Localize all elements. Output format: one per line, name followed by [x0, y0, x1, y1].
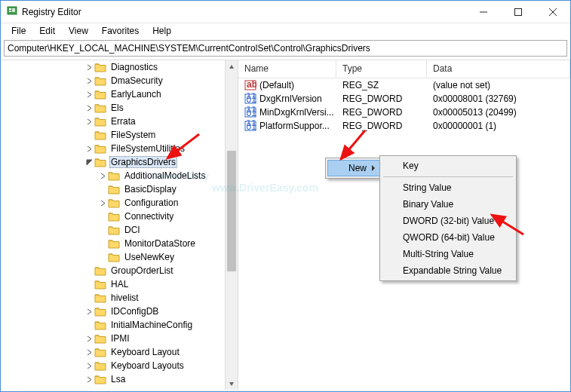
- menu-item[interactable]: Key: [382, 158, 514, 174]
- tree-node[interactable]: HAL: [1, 277, 238, 291]
- expand-toggle-icon[interactable]: [84, 159, 94, 166]
- tree-node[interactable]: BasicDisplay: [1, 182, 238, 196]
- tree-node[interactable]: Keyboard Layouts: [1, 359, 238, 372]
- expand-toggle-icon[interactable]: [84, 349, 94, 356]
- svg-rect-5: [515, 8, 522, 15]
- svg-text:011: 011: [247, 121, 257, 132]
- tree-node[interactable]: FileSystem: [1, 128, 238, 142]
- menu-view[interactable]: View: [63, 24, 94, 38]
- expand-toggle-icon[interactable]: [84, 78, 94, 84]
- expand-toggle-icon[interactable]: [84, 308, 94, 315]
- tree-node[interactable]: InitialMachineConfig: [1, 318, 238, 332]
- expand-toggle-icon[interactable]: [84, 64, 94, 71]
- value-row[interactable]: 110011MinDxgKrnlVersi...REG_DWORD0x00005…: [238, 106, 570, 119]
- tree-node[interactable]: DmaSecurity: [1, 74, 238, 87]
- folder-icon: [108, 252, 120, 262]
- tree-node[interactable]: Connectivity: [1, 210, 238, 223]
- tree-scrollbar[interactable]: [225, 60, 238, 390]
- tree-node[interactable]: Lsa: [1, 372, 238, 386]
- window-title: Registry Editor: [22, 7, 81, 17]
- scroll-down-icon[interactable]: [226, 377, 238, 390]
- svg-marker-8: [87, 160, 92, 165]
- menu-item[interactable]: Binary Value: [382, 196, 514, 213]
- close-button[interactable]: [536, 1, 570, 23]
- tree-node-label: InitialMachineConfig: [109, 320, 194, 330]
- col-data[interactable]: Data: [427, 60, 570, 78]
- menu-item[interactable]: Multi-String Value: [382, 246, 514, 262]
- tree-node[interactable]: GroupOrderList: [1, 264, 238, 277]
- menu-bar: File Edit View Favorites Help: [1, 23, 570, 38]
- value-row[interactable]: 110011PlatformSuppor...REG_DWORD0x000000…: [238, 119, 570, 133]
- context-menu-new[interactable]: KeyString ValueBinary ValueDWORD (32-bit…: [379, 155, 517, 281]
- svg-rect-1: [9, 8, 11, 10]
- expand-toggle-icon[interactable]: [84, 91, 94, 98]
- menu-edit[interactable]: Edit: [33, 24, 61, 38]
- svg-marker-9: [229, 65, 234, 69]
- values-list[interactable]: ab(Default)REG_SZ(value not set)110011Dx…: [238, 78, 570, 133]
- tree-node-label: DmaSecurity: [109, 75, 164, 86]
- value-row[interactable]: 110011DxgKrnlVersionREG_DWORD0x00008001 …: [238, 92, 570, 106]
- tree-node[interactable]: Diagnostics: [1, 60, 238, 74]
- tree-node[interactable]: AdditionalModeLists: [1, 169, 238, 182]
- tree-pane[interactable]: DiagnosticsDmaSecurityEarlyLaunchElsErra…: [1, 60, 238, 390]
- folder-icon: [94, 116, 106, 127]
- expand-toggle-icon[interactable]: [84, 145, 94, 152]
- col-type[interactable]: Type: [336, 60, 427, 78]
- tree-node[interactable]: GraphicsDrivers: [1, 155, 238, 169]
- value-type: REG_SZ: [336, 80, 427, 90]
- value-name: PlatformSuppor...: [259, 121, 330, 131]
- svg-rect-3: [12, 8, 15, 12]
- tree-node-label: Configuration: [123, 198, 180, 208]
- value-name: MinDxgKrnlVersi...: [259, 107, 334, 118]
- menu-help[interactable]: Help: [146, 24, 177, 38]
- tree-node[interactable]: Errata: [1, 115, 238, 128]
- menu-item[interactable]: String Value: [382, 179, 514, 196]
- expand-toggle-icon[interactable]: [84, 376, 94, 383]
- scroll-up-icon[interactable]: [226, 60, 238, 73]
- tree-node[interactable]: EarlyLaunch: [1, 87, 238, 101]
- tree-node[interactable]: DCI: [1, 223, 238, 237]
- tree-node[interactable]: Configuration: [1, 196, 238, 210]
- svg-text:ab: ab: [247, 79, 256, 90]
- tree-node-label: Errata: [109, 116, 137, 127]
- svg-rect-2: [9, 11, 11, 12]
- expand-toggle-icon[interactable]: [84, 105, 94, 112]
- context-menu-parent[interactable]: New: [325, 158, 384, 179]
- title-bar: Registry Editor: [1, 1, 570, 23]
- tree-node[interactable]: Keyboard Layout: [1, 345, 238, 359]
- scroll-thumb[interactable]: [227, 151, 236, 271]
- expand-toggle-icon[interactable]: [84, 118, 94, 125]
- menu-item[interactable]: DWORD (32-bit) Value: [382, 213, 514, 229]
- tree-node[interactable]: Els: [1, 101, 238, 115]
- menu-item[interactable]: QWORD (64-bit) Value: [382, 229, 514, 246]
- key-tree[interactable]: DiagnosticsDmaSecurityEarlyLaunchElsErra…: [1, 60, 238, 390]
- value-type: REG_DWORD: [336, 93, 427, 104]
- minimize-button[interactable]: [466, 1, 501, 23]
- maximize-button[interactable]: [501, 1, 536, 23]
- value-data: 0x00008001 (32769): [427, 93, 570, 104]
- window-buttons: [466, 1, 570, 23]
- expand-toggle-icon[interactable]: [84, 363, 94, 369]
- menu-item[interactable]: Expandable String Value: [382, 262, 514, 279]
- tree-node[interactable]: FileSystemUtilities: [1, 142, 238, 155]
- folder-icon: [94, 333, 106, 344]
- col-name[interactable]: Name: [238, 60, 336, 78]
- expand-toggle-icon[interactable]: [84, 335, 94, 342]
- address-bar[interactable]: Computer\HKEY_LOCAL_MACHINE\SYSTEM\Curre…: [4, 40, 567, 57]
- folder-icon: [108, 184, 120, 194]
- menu-item-new[interactable]: New: [327, 160, 382, 176]
- value-row[interactable]: ab(Default)REG_SZ(value not set): [238, 78, 570, 92]
- value-data: 0x00005013 (20499): [427, 107, 570, 118]
- expand-toggle-icon[interactable]: [97, 200, 108, 207]
- folder-icon: [94, 89, 106, 100]
- value-data: (value not set): [427, 80, 570, 90]
- tree-node[interactable]: UseNewKey: [1, 250, 238, 264]
- value-type: REG_DWORD: [336, 121, 427, 131]
- tree-node[interactable]: IDConfigDB: [1, 305, 238, 318]
- menu-favorites[interactable]: Favorites: [96, 24, 145, 38]
- expand-toggle-icon[interactable]: [97, 173, 108, 179]
- tree-node[interactable]: hivelist: [1, 291, 238, 305]
- tree-node[interactable]: MonitorDataStore: [1, 237, 238, 250]
- tree-node[interactable]: IPMI: [1, 332, 238, 345]
- menu-file[interactable]: File: [5, 24, 32, 38]
